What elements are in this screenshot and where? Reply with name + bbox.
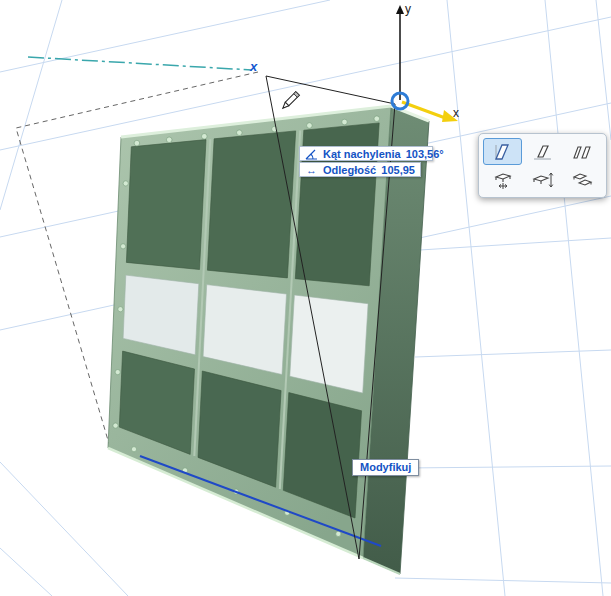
palette-offset-button[interactable]	[563, 166, 602, 193]
tracker: Kąt nachylenia 103,56° ↔ Odległość 105,9…	[299, 146, 433, 178]
modify-hint: Modyfikuj	[352, 459, 419, 476]
y-axis-label: y	[405, 2, 411, 16]
palette-tilt-baseline-button[interactable]	[523, 138, 562, 165]
tracker-distance-value[interactable]: 105,95	[381, 164, 415, 176]
pencil-cursor-icon	[281, 92, 299, 110]
3d-viewport[interactable]: y x x Kąt nachylenia 103,56° ↔ Odległość…	[0, 0, 611, 596]
tracker-angle-value[interactable]: 103,56°	[406, 148, 444, 160]
palette-elevate-button[interactable]	[523, 166, 562, 193]
tilt-panels-pair-icon	[571, 142, 595, 162]
palette-tilt-pair-button[interactable]	[563, 138, 602, 165]
tracker-row-distance[interactable]: ↔ Odległość 105,95	[299, 162, 421, 177]
move-slab-arrows-icon	[491, 170, 515, 190]
tracker-row-angle[interactable]: Kąt nachylenia 103,56°	[299, 146, 433, 161]
tracker-angle-label: Kąt nachylenia	[323, 148, 401, 160]
pet-palette	[478, 133, 607, 198]
coordinate-axes	[392, 5, 458, 122]
x-axis-label: x	[453, 106, 459, 120]
distance-arrow-icon: ↔	[305, 164, 318, 176]
scene-canvas[interactable]	[0, 0, 611, 596]
elevate-slab-icon	[531, 170, 555, 190]
edit-start-marker: x	[250, 59, 257, 74]
palette-move-button[interactable]	[483, 166, 522, 193]
angle-icon	[305, 148, 318, 160]
guide-line	[28, 57, 252, 70]
tilt-panel-icon	[491, 142, 515, 162]
y-axis-arrow	[396, 5, 404, 14]
tilt-panel-baseline-icon	[531, 142, 555, 162]
offset-slabs-icon	[571, 170, 595, 190]
tracker-distance-label: Odległość	[323, 164, 376, 176]
palette-tilt-button[interactable]	[483, 138, 522, 165]
